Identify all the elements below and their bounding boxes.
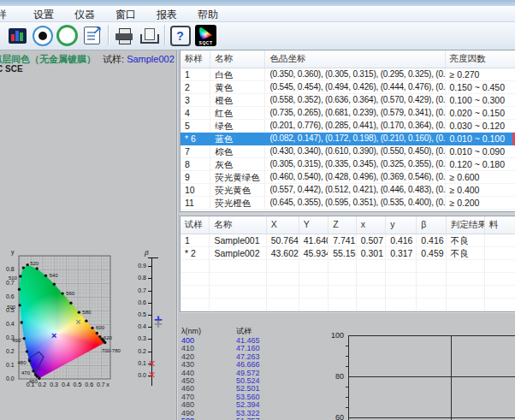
cell: 10 <box>181 184 210 197</box>
column-header[interactable]: 色品坐标 <box>265 50 445 68</box>
menu-item-help[interactable]: 帮助 <box>195 7 221 23</box>
beta-tick-label: 0.3 <box>132 335 146 341</box>
standard-row[interactable]: 10荧光黄色(0.557, 0.442), (0.512, 0.421), (0… <box>181 184 515 197</box>
chart-view-button[interactable] <box>6 24 29 47</box>
column-header[interactable]: Y <box>299 216 329 234</box>
locus-dot <box>23 337 26 340</box>
column-header[interactable]: 料 <box>485 216 515 234</box>
cell: 0.100 ~ 0.300 <box>446 94 515 107</box>
standard-row-selected[interactable]: * 6蓝色(0.082, 0.147), (0.172, 0.198), (0.… <box>181 133 515 145</box>
help-button[interactable]: ? <box>169 24 192 47</box>
column-header[interactable]: 试样 <box>181 216 210 234</box>
cell: (0.558, 0.352), (0.636, 0.364), (0.570, … <box>265 94 445 107</box>
cell: ≥ 0.270 <box>446 68 515 81</box>
beta-tick-label: 0.7 <box>132 287 146 293</box>
cell: 灰色 <box>210 158 265 171</box>
save-icon <box>140 28 157 44</box>
cell: 绿色 <box>210 120 265 133</box>
cell: ≥ 0.600 <box>446 171 515 184</box>
beta-tick-label: 0.6 <box>132 299 146 305</box>
cell: 1 <box>181 234 210 247</box>
cell: 荧光黄绿色 <box>210 171 265 184</box>
menu-item-window[interactable]: 窗口 <box>113 7 139 23</box>
cell: ≥ 0.200 <box>446 197 515 210</box>
sample-row[interactable]: * 2Sample00243.60245.93455.1550.3010.317… <box>181 247 515 260</box>
geometry-line: C SCE <box>0 64 23 74</box>
cell: 0.507 <box>357 234 386 247</box>
standard-row[interactable]: 2黄色(0.545, 0.454), (0.494, 0.426), (0.44… <box>181 81 515 94</box>
standard-row[interactable]: 8灰色(0.305, 0.315), (0.335, 0.345), (0.32… <box>181 158 515 171</box>
cell: 8 <box>181 158 210 171</box>
cell: (0.557, 0.442), (0.512, 0.421), (0.446, … <box>265 184 445 197</box>
cell: 橙色 <box>210 94 265 107</box>
locus-dot <box>18 288 21 291</box>
report-button[interactable]: ↗ <box>80 24 104 47</box>
locus-dot <box>34 374 37 376</box>
y-tick-label: 0.1 <box>6 362 15 368</box>
save-button[interactable] <box>137 24 160 47</box>
locus-dot <box>98 335 101 338</box>
chart-y-axis <box>348 335 349 420</box>
y-tick-label: 0.5 <box>6 307 15 313</box>
cell: 0.030 ~ 0.120 <box>446 120 515 133</box>
title-bar <box>0 0 515 6</box>
menu-item-settings[interactable]: 设置 <box>31 7 56 23</box>
locus-dot <box>26 350 28 352</box>
spectral-chart: 100 80 60 <box>305 325 515 420</box>
column-header[interactable]: 标样 <box>181 50 210 68</box>
wavelength-label: 470 <box>21 370 30 376</box>
cell: 9 <box>181 171 210 184</box>
column-header[interactable]: 名称 <box>210 50 265 68</box>
cell: 荧光橙色 <box>210 197 265 210</box>
cell: 0.010 ~ 0.100 <box>446 133 515 145</box>
locus-dot <box>18 304 21 306</box>
gridline-vertical <box>451 335 452 420</box>
sample-marker-sample001: × <box>75 316 80 327</box>
column-header[interactable]: 名称 <box>210 216 266 234</box>
standard-row[interactable]: 5绿色(0.201, 0.776), (0.285, 0.441), (0.17… <box>181 120 515 133</box>
column-header[interactable]: β <box>417 216 446 234</box>
cell: 荧光黄色 <box>210 184 265 197</box>
cell: 0.020 ~ 0.150 <box>446 107 515 120</box>
cell: 41.640 <box>299 234 329 247</box>
standard-row[interactable]: 7棕色(0.430, 0.340), (0.610, 0.390), (0.55… <box>181 145 515 158</box>
cell: 白色 <box>210 68 265 81</box>
column-header[interactable]: y <box>386 216 417 234</box>
menu-item-instrument[interactable]: 仪器 <box>72 7 98 23</box>
cell: 0.010 ~ 0.090 <box>446 145 515 158</box>
measure-sample-button[interactable] <box>56 24 79 47</box>
cell: 55.155 <box>329 247 357 260</box>
sample-name-link[interactable]: Sample002 <box>127 54 175 64</box>
standard-row[interactable]: 1白色(0.350, 0.360), (0.305, 0.315), (0.29… <box>181 68 515 81</box>
beta-tick-label: 0.5 <box>132 311 146 317</box>
locus-dot <box>78 311 80 313</box>
standard-row[interactable]: 9荧光黄绿色(0.460, 0.540), (0.428, 0.496), (0… <box>181 171 515 184</box>
cell: (0.460, 0.540), (0.428, 0.496), (0.369, … <box>265 171 445 184</box>
cell: 棕色 <box>210 145 265 158</box>
sample-row[interactable]: 1Sample00150.76441.6407.7410.5070.4160.4… <box>181 234 515 247</box>
column-header[interactable]: X <box>267 216 299 234</box>
beta-axis-label: β <box>145 249 149 257</box>
column-header[interactable]: 判定结果 <box>447 216 485 234</box>
cell: 50.764 <box>267 234 299 247</box>
menu-item-report[interactable]: 报表 <box>154 7 180 23</box>
vertical-splitter[interactable] <box>176 50 177 420</box>
standard-row[interactable]: 11荧光橙色(0.645, 0.355), (0.595, 0.351), (0… <box>181 197 515 210</box>
column-header[interactable]: x <box>357 216 386 234</box>
beta-tick-label: 0.0 <box>132 372 146 378</box>
x-tick-label: 0.6 <box>85 382 93 387</box>
toolbar-separator <box>164 25 165 45</box>
measure-standard-button[interactable] <box>31 24 54 47</box>
standard-row[interactable]: 4红色(0.735, 0.265), (0.681, 0.239), (0.57… <box>181 107 515 120</box>
locus-dot <box>85 319 87 322</box>
y-tick-label: 80 <box>318 372 344 381</box>
sqct-logo-button[interactable]: SQCT <box>194 24 217 47</box>
column-header[interactable]: 亮度因数 <box>446 50 515 68</box>
column-header[interactable]: Z <box>329 216 357 234</box>
standard-table-header: 标样 名称 色品坐标 亮度因数 <box>181 50 515 68</box>
cell <box>485 234 515 247</box>
cell: (0.082, 0.147), (0.172, 0.198), (0.210, … <box>265 133 445 145</box>
standard-row[interactable]: 3橙色(0.558, 0.352), (0.636, 0.364), (0.57… <box>181 94 515 107</box>
menu-item-clipped[interactable]: 样 <box>0 7 9 23</box>
print-button[interactable] <box>112 24 135 47</box>
